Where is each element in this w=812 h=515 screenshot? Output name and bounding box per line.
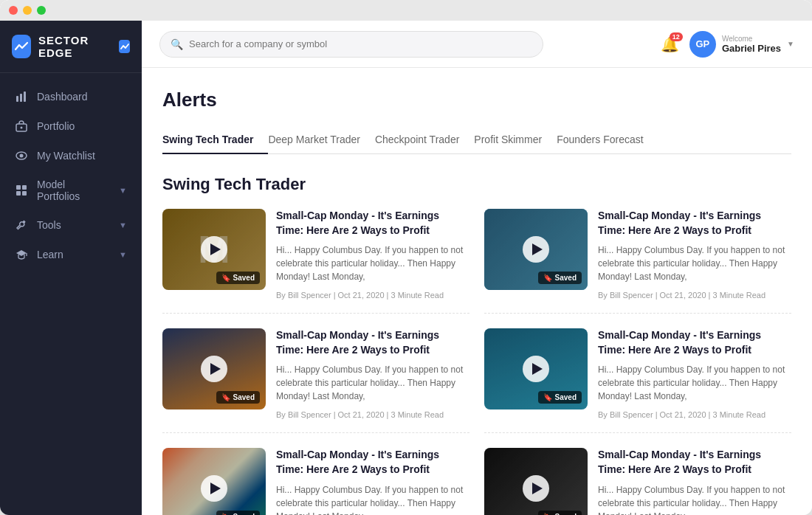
article-excerpt: Hi... Happy Columbus Day. If you happen … bbox=[276, 363, 469, 403]
saved-badge: Saved bbox=[216, 511, 260, 515]
sidebar-watchlist-label: My Watchlist bbox=[37, 150, 95, 162]
article-body: Small-Cap Monday - It's Earnings Time: H… bbox=[276, 448, 469, 515]
sidebar-item-watchlist[interactable]: My Watchlist bbox=[0, 141, 142, 170]
sidebar-item-learn[interactable]: Learn ▼ bbox=[0, 240, 142, 269]
play-button[interactable] bbox=[523, 475, 549, 502]
tab-profit-skimmer[interactable]: Profit Skimmer bbox=[474, 126, 557, 154]
saved-badge: Saved bbox=[216, 272, 260, 284]
article-thumbnail[interactable]: M Saved bbox=[162, 209, 266, 290]
header: 🔍 🔔 12 GP Welcome Gabriel Pires bbox=[142, 21, 812, 68]
article-body: Small-Cap Monday - It's Earnings Time: H… bbox=[598, 328, 791, 419]
article-thumbnail[interactable]: Saved bbox=[484, 209, 588, 290]
content-area: Alerts Swing Tech Trader Deep Market Tra… bbox=[142, 68, 812, 515]
saved-badge: Saved bbox=[216, 391, 260, 404]
titlebar bbox=[0, 0, 812, 21]
article-excerpt: Hi... Happy Columbus Day. If you happen … bbox=[598, 243, 791, 283]
svg-marker-11 bbox=[16, 250, 27, 256]
search-bar[interactable]: 🔍 bbox=[159, 31, 543, 58]
article-card: Saved Small-Cap Monday - It's Earnings T… bbox=[484, 448, 791, 515]
article-title[interactable]: Small-Cap Monday - It's Earnings Time: H… bbox=[598, 448, 791, 477]
chart-icon bbox=[15, 90, 28, 103]
svg-rect-7 bbox=[16, 185, 21, 190]
svg-rect-8 bbox=[22, 185, 27, 190]
saved-badge: Saved bbox=[538, 272, 582, 284]
search-input[interactable] bbox=[189, 38, 532, 49]
wrench-icon bbox=[15, 218, 28, 232]
article-body: Small-Cap Monday - It's Earnings Time: H… bbox=[276, 209, 469, 300]
article-excerpt: Hi... Happy Columbus Day. If you happen … bbox=[276, 243, 469, 283]
article-thumbnail[interactable]: Saved bbox=[162, 328, 266, 409]
user-chevron-icon: ▼ bbox=[787, 40, 794, 48]
maximize-button[interactable] bbox=[37, 6, 46, 15]
sidebar-item-tools[interactable]: Tools ▼ bbox=[0, 210, 142, 240]
article-title[interactable]: Small-Cap Monday - It's Earnings Time: H… bbox=[598, 328, 791, 357]
notification-count: 12 bbox=[670, 32, 683, 41]
svg-rect-2 bbox=[24, 91, 26, 102]
article-title[interactable]: Small-Cap Monday - It's Earnings Time: H… bbox=[598, 209, 791, 238]
tab-deep-market-trader[interactable]: Deep Market Trader bbox=[268, 126, 375, 154]
article-card: M Saved Small-Cap Monday - It's Earnings… bbox=[162, 209, 469, 314]
sidebar-portfolio-label: Portfolio bbox=[37, 120, 75, 132]
article-body: Small-Cap Monday - It's Earnings Time: H… bbox=[276, 328, 469, 419]
play-overlay bbox=[484, 448, 588, 515]
svg-rect-1 bbox=[20, 94, 22, 102]
sidebar-nav: Dashboard Portfolio My Watchlist bbox=[0, 73, 142, 515]
minimize-button[interactable] bbox=[23, 6, 32, 15]
saved-badge: Saved bbox=[538, 511, 582, 515]
play-button[interactable] bbox=[201, 475, 227, 502]
sidebar-learn-label: Learn bbox=[37, 249, 63, 260]
avatar: GP bbox=[689, 31, 716, 58]
sidebar: SECTOR EDGE Dashboard bbox=[0, 21, 142, 515]
play-button[interactable] bbox=[201, 356, 227, 382]
sidebar-item-dashboard[interactable]: Dashboard bbox=[0, 82, 142, 111]
sidebar-item-model-portfolios[interactable]: Model Portfolios ▼ bbox=[0, 170, 142, 210]
grid-icon bbox=[15, 184, 28, 197]
article-body: Small-Cap Monday - It's Earnings Time: H… bbox=[598, 448, 791, 515]
tab-swing-tech-trader[interactable]: Swing Tech Trader bbox=[162, 126, 268, 154]
main-area: 🔍 🔔 12 GP Welcome Gabriel Pires bbox=[142, 21, 812, 515]
tab-founders-forecast[interactable]: Founders Forecast bbox=[557, 126, 658, 154]
chevron-down-icon: ▼ bbox=[119, 186, 127, 195]
app-window: SECTOR EDGE Dashboard bbox=[0, 0, 812, 515]
article-title[interactable]: Small-Cap Monday - It's Earnings Time: H… bbox=[276, 328, 469, 357]
article-meta: By Bill Spencer | Oct 21, 2020 | 3 Minut… bbox=[598, 291, 791, 300]
eye-icon bbox=[15, 149, 28, 162]
article-card: Saved Small-Cap Monday - It's Earnings T… bbox=[162, 448, 469, 515]
header-right: 🔔 12 GP Welcome Gabriel Pires ▼ bbox=[661, 31, 794, 58]
mortarboard-icon bbox=[15, 248, 28, 261]
app-layout: SECTOR EDGE Dashboard bbox=[0, 21, 812, 515]
section-title: Swing Tech Trader bbox=[162, 175, 791, 194]
play-button[interactable] bbox=[201, 236, 227, 263]
notifications-button[interactable]: 🔔 12 bbox=[661, 35, 679, 53]
article-meta: By Bill Spencer | Oct 21, 2020 | 3 Minut… bbox=[276, 410, 469, 419]
article-title[interactable]: Small-Cap Monday - It's Earnings Time: H… bbox=[276, 448, 469, 477]
user-info: Welcome Gabriel Pires bbox=[722, 35, 781, 54]
svg-rect-10 bbox=[22, 191, 27, 196]
svg-point-6 bbox=[20, 154, 24, 158]
play-button[interactable] bbox=[523, 356, 549, 382]
user-menu[interactable]: GP Welcome Gabriel Pires ▼ bbox=[689, 31, 794, 58]
article-excerpt: Hi... Happy Columbus Day. If you happen … bbox=[598, 363, 791, 403]
sidebar-item-portfolio[interactable]: Portfolio bbox=[0, 111, 142, 141]
sidebar-tools-label: Tools bbox=[37, 219, 61, 231]
article-excerpt: Hi... Happy Columbus Day. If you happen … bbox=[598, 483, 791, 515]
tab-checkpoint-trader[interactable]: Checkpoint Trader bbox=[375, 126, 474, 154]
logo-icon bbox=[12, 35, 31, 58]
article-thumbnail[interactable]: Saved bbox=[484, 448, 588, 515]
sidebar-model-portfolios-label: Model Portfolios bbox=[37, 179, 110, 202]
play-button[interactable] bbox=[523, 236, 549, 263]
article-title[interactable]: Small-Cap Monday - It's Earnings Time: H… bbox=[276, 209, 469, 238]
search-icon: 🔍 bbox=[171, 38, 183, 50]
article-thumbnail[interactable]: Saved bbox=[484, 328, 588, 409]
article-meta: By Bill Spencer | Oct 21, 2020 | 3 Minut… bbox=[276, 291, 469, 300]
logo-area: SECTOR EDGE bbox=[0, 21, 142, 73]
close-button[interactable] bbox=[9, 6, 18, 15]
play-overlay bbox=[162, 448, 266, 515]
briefcase-icon bbox=[15, 120, 28, 133]
article-card: Saved Small-Cap Monday - It's Earnings T… bbox=[484, 328, 791, 433]
page-title: Alerts bbox=[162, 89, 791, 111]
svg-rect-0 bbox=[16, 96, 18, 102]
logo-badge bbox=[119, 40, 130, 53]
article-thumbnail[interactable]: Saved bbox=[162, 448, 266, 515]
svg-point-4 bbox=[21, 127, 23, 129]
